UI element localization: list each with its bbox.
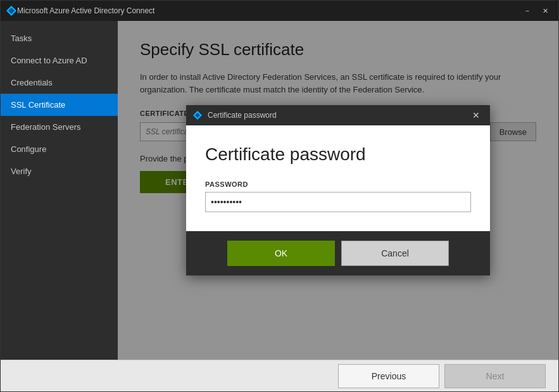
modal-password-label: PASSWORD: [205, 180, 471, 188]
modal-titlebar-title: Certificate password: [208, 111, 468, 120]
app-icon: [6, 5, 17, 16]
app-title: Microsoft Azure Active Directory Connect: [17, 6, 519, 15]
titlebar: Microsoft Azure Active Directory Connect…: [1, 1, 558, 21]
sidebar: Tasks Connect to Azure AD Credentials SS…: [1, 21, 118, 360]
next-button: Next: [444, 364, 546, 388]
close-button[interactable]: ✕: [537, 4, 553, 17]
modal-title: Certificate password: [205, 144, 471, 165]
main-content: Tasks Connect to Azure AD Credentials SS…: [1, 21, 558, 360]
modal-password-input[interactable]: [205, 192, 471, 212]
minimize-button[interactable]: −: [519, 4, 536, 17]
modal-titlebar: Certificate password ✕: [186, 105, 490, 125]
modal-close-button[interactable]: ✕: [468, 108, 484, 123]
window-controls: − ✕: [519, 4, 553, 17]
footer: Previous Next: [1, 360, 558, 391]
main-window: Microsoft Azure Active Directory Connect…: [0, 0, 559, 392]
sidebar-item-connect-azure[interactable]: Connect to Azure AD: [1, 49, 118, 72]
modal-cancel-button[interactable]: Cancel: [341, 241, 449, 266]
modal-app-icon: [192, 110, 203, 120]
modal-overlay: Certificate password ✕ Certificate passw…: [118, 21, 558, 360]
sidebar-item-ssl-certificate[interactable]: SSL Certificate: [1, 94, 118, 116]
sidebar-item-tasks[interactable]: Tasks: [1, 27, 118, 49]
previous-button[interactable]: Previous: [338, 364, 439, 388]
content-area: Specify SSL certificate In order to inst…: [118, 21, 558, 360]
sidebar-item-credentials[interactable]: Credentials: [1, 72, 118, 94]
sidebar-item-verify[interactable]: Verify: [1, 160, 118, 182]
modal-footer: OK Cancel: [186, 231, 490, 275]
modal-body: Certificate password PASSWORD: [186, 125, 490, 218]
sidebar-item-federation-servers[interactable]: Federation Servers: [1, 116, 118, 138]
certificate-password-modal: Certificate password ✕ Certificate passw…: [186, 105, 490, 275]
modal-ok-button[interactable]: OK: [227, 241, 335, 266]
sidebar-item-configure[interactable]: Configure: [1, 138, 118, 160]
